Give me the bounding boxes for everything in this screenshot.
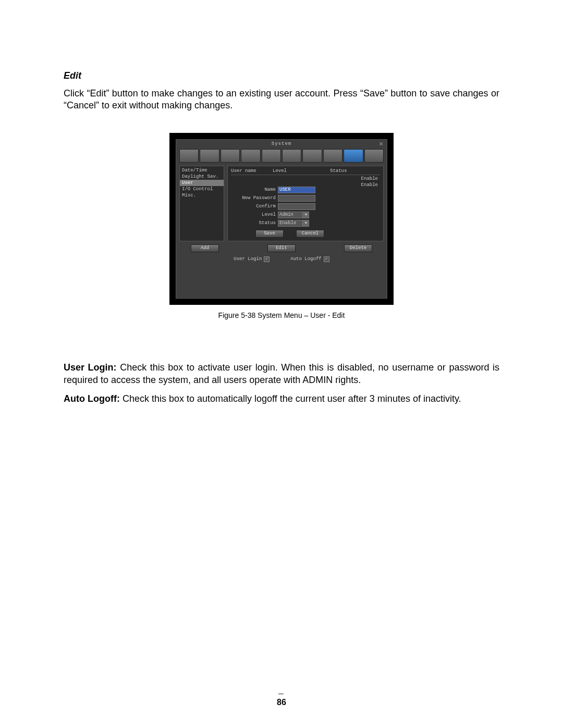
list-header: User name Level Status: [231, 168, 380, 175]
auto-logoff-checkbox[interactable]: Auto Logoff: [290, 256, 329, 262]
status-value: Enable: [279, 220, 296, 226]
chevron-down-icon: [302, 212, 309, 218]
sidebar-item-daylight[interactable]: Daylight Sav.: [180, 174, 224, 180]
status-column-values: Enable Enable: [361, 176, 378, 188]
user-login-description: User Login: Check this box to activate u…: [64, 361, 499, 387]
toolbar-icon-2[interactable]: [200, 149, 219, 163]
auto-logoff-bold: Auto Logoff:: [64, 393, 120, 404]
status-value-1: Enable: [361, 176, 378, 182]
toolbar-icon-info[interactable]: [364, 149, 384, 163]
figure-wrap: System × Date/Time Daylight Sav.: [64, 133, 499, 319]
window-titlebar: System ×: [176, 140, 387, 148]
checkbox-icon: [324, 256, 329, 262]
delete-button[interactable]: Delete: [344, 244, 372, 252]
level-value: Admin: [279, 212, 293, 217]
col-level: Level: [273, 168, 330, 174]
toolbar: [176, 148, 387, 166]
sidebar-item-user[interactable]: User: [180, 180, 224, 186]
auto-logoff-text: Check this box to automatically logoff t…: [120, 393, 461, 404]
user-login-label: User Login: [234, 256, 262, 262]
user-login-bold: User Login:: [64, 362, 117, 373]
figure-caption: Figure 5-38 System Menu – User - Edit: [64, 311, 499, 319]
page-number-value: 86: [277, 698, 286, 707]
chevron-down-icon: [302, 220, 309, 226]
toolbar-icon-6[interactable]: [282, 149, 301, 163]
user-login-text: Check this box to activate user login. W…: [64, 362, 499, 385]
toolbar-icon-7[interactable]: [302, 149, 322, 163]
add-button[interactable]: Add: [191, 244, 219, 252]
sidebar-item-datetime[interactable]: Date/Time: [180, 167, 224, 174]
system-window: System × Date/Time Daylight Sav.: [176, 139, 387, 299]
sidebar-item-misc[interactable]: Misc.: [180, 192, 224, 199]
section-title: Edit: [64, 70, 499, 81]
status-label: Status: [240, 220, 278, 226]
name-input[interactable]: USER: [278, 187, 315, 193]
checkbox-icon: [264, 256, 270, 262]
toolbar-icon-1[interactable]: [179, 149, 199, 163]
col-username: User name: [231, 168, 273, 174]
toolbar-icon-4[interactable]: [241, 149, 260, 163]
sidebar-item-iocontrol[interactable]: I/O Control: [180, 186, 224, 192]
toolbar-icon-3[interactable]: [221, 149, 240, 163]
level-label: Level: [240, 212, 278, 217]
status-select[interactable]: Enable: [278, 220, 309, 227]
newpassword-input[interactable]: [278, 195, 315, 202]
col-status: Status: [330, 168, 361, 174]
settings-sidebar: Date/Time Daylight Sav. User I/O Control…: [179, 166, 224, 241]
toolbar-icon-5[interactable]: [262, 149, 281, 163]
name-label: Name: [240, 187, 278, 192]
user-login-checkbox[interactable]: User Login: [234, 256, 270, 262]
page-number: — 86: [0, 691, 563, 707]
level-select[interactable]: Admin: [278, 212, 309, 218]
edit-button[interactable]: Edit: [267, 244, 296, 252]
window-title: System: [186, 141, 377, 146]
auto-logoff-label: Auto Logoff: [290, 256, 321, 262]
close-icon[interactable]: ×: [377, 140, 385, 147]
window-footer: Add Edit Delete User Login Auto Logoff: [176, 244, 387, 265]
auto-logoff-description: Auto Logoff: Check this box to automatic…: [64, 392, 499, 405]
confirm-label: Confirm: [240, 204, 278, 209]
toolbar-icon-system[interactable]: [344, 149, 363, 163]
status-value-2: Enable: [361, 182, 378, 188]
intro-paragraph: Click “Edit” button to make changes to a…: [64, 88, 499, 112]
dvr-screenshot: System × Date/Time Daylight Sav.: [169, 133, 394, 305]
save-button[interactable]: Save: [255, 230, 284, 238]
cancel-button[interactable]: Cancel: [296, 230, 324, 238]
toolbar-icon-8[interactable]: [323, 149, 342, 163]
edit-user-panel: Name USER New Password Confirm Level: [240, 187, 339, 238]
newpassword-label: New Password: [240, 195, 278, 201]
confirm-input[interactable]: [278, 203, 315, 210]
main-panel: User name Level Status Enable Enable Nam…: [227, 166, 384, 241]
